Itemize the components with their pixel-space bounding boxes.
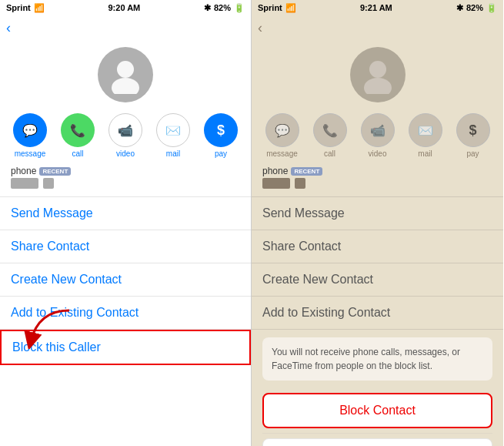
phone-number-row-left [11,178,240,189]
carrier-right: Sprint [258,3,282,12]
block-info-text: You will not receive phone calls, messag… [272,347,460,371]
action-call-label-right: call [324,149,335,158]
battery-left: 82% [214,3,231,12]
menu-item-share-contact-label-left: Share Contact [11,240,89,253]
call-icon-right: 📞 [313,113,347,147]
phone-number-row-right [262,178,492,189]
back-button-left[interactable]: ‹ [0,15,251,41]
cancel-button[interactable]: Cancel [262,438,492,446]
phone-label-right: phone RECENT [262,166,492,176]
phone-section-right: phone RECENT [252,161,503,192]
bluetooth-icon-right: ✱ [456,3,463,13]
back-chevron-left: ‹ [6,20,11,35]
mail-icon-left: ✉️ [156,113,190,147]
svg-point-1 [112,78,139,94]
recent-badge-right: RECENT [291,167,322,176]
status-right-right: ✱ 82% 🔋 [456,3,497,13]
avatar-area-right [252,41,503,107]
battery-icon-left: 🔋 [234,3,245,13]
action-pay-label-left: pay [215,149,227,158]
pay-icon-right: $ [456,113,490,147]
battery-right: 82% [466,3,483,12]
wifi-icon: 📶 [34,3,45,13]
action-pay-right[interactable]: $ pay [456,113,490,158]
message-icon-left: 💬 [13,113,47,147]
battery-icon-right: 🔋 [486,3,497,13]
action-message-label-left: message [15,149,46,158]
bluetooth-icon: ✱ [204,3,211,13]
phone-section-left: phone RECENT [0,161,251,192]
phone-number-block-left [11,178,38,189]
video-icon-right: 📹 [361,113,395,147]
phone-number-block-right [262,178,290,189]
status-left: Sprint 📶 [6,3,45,13]
status-bar-right: Sprint 📶 9:21 AM ✱ 82% 🔋 [252,0,503,15]
action-message-label-right: message [266,149,298,158]
avatar-icon-right [359,55,397,94]
svg-point-0 [117,61,134,78]
menu-item-share-contact-left[interactable]: Share Contact [0,230,251,263]
menu-item-add-existing-label-right: Add to Existing Contact [262,306,390,319]
right-panel: Sprint 📶 9:21 AM ✱ 82% 🔋 ‹ 💬 message 📞 [252,0,503,446]
menu-item-share-contact-right[interactable]: Share Contact [252,230,503,263]
time-left: 9:20 AM [108,3,140,12]
action-mail-label-right: mail [418,149,432,158]
back-chevron-right: ‹ [258,20,262,35]
action-video-left[interactable]: 📹 video [108,113,142,158]
action-mail-left[interactable]: ✉️ mail [156,113,190,158]
carrier-left: Sprint [6,3,31,12]
phone-text-right: phone [262,166,288,176]
recent-badge-left: RECENT [39,167,71,176]
menu-item-send-message-label-right: Send Message [262,206,345,220]
menu-item-add-existing-right[interactable]: Add to Existing Contact [252,297,503,330]
avatar-icon-left [106,55,145,94]
menu-item-send-message-right[interactable]: Send Message [252,197,503,230]
status-left-right: Sprint 📶 [258,3,296,13]
red-arrow-container [23,307,77,352]
action-call-label-left: call [72,149,83,158]
action-pay-left[interactable]: $ pay [204,113,238,158]
action-mail-label-left: mail [166,149,180,158]
message-icon-right: 💬 [265,113,299,147]
menu-list-left: Send Message Share Contact Create New Co… [0,196,251,446]
menu-item-create-new-right[interactable]: Create New Contact [252,263,503,297]
menu-item-create-new-left[interactable]: Create New Contact [0,263,251,297]
menu-item-send-message-left[interactable]: Send Message [0,197,251,230]
avatar-area-left [0,41,251,107]
left-panel: Sprint 📶 9:20 AM ✱ 82% 🔋 ‹ 💬 message 📞 [0,0,252,446]
action-video-label-left: video [116,149,135,158]
action-message-right[interactable]: 💬 message [265,113,299,158]
action-row-left: 💬 message 📞 call 📹 video ✉️ mail $ pay [0,107,251,161]
status-right-left: ✱ 82% 🔋 [204,3,245,13]
call-icon-left: 📞 [61,113,95,147]
menu-item-send-message-label-left: Send Message [11,206,93,220]
status-bar-left: Sprint 📶 9:20 AM ✱ 82% 🔋 [0,0,251,15]
divider-right [262,433,492,434]
action-video-right[interactable]: 📹 video [361,113,395,158]
action-message-left[interactable]: 💬 message [13,113,47,158]
action-row-right: 💬 message 📞 call 📹 video ✉️ mail $ pay [252,107,503,161]
svg-point-4 [364,78,392,94]
action-pay-label-right: pay [466,149,479,158]
action-call-right[interactable]: 📞 call [313,113,347,158]
action-call-left[interactable]: 📞 call [61,113,95,158]
back-button-right[interactable]: ‹ [252,15,503,41]
block-caller-row: Block this Caller [0,330,251,365]
phone-number-block2-right [295,178,305,189]
phone-text-left: phone [11,166,36,176]
phone-number-block2-left [43,178,54,189]
action-mail-right[interactable]: ✉️ mail [409,113,442,158]
red-arrow-icon [23,307,77,349]
avatar-left [98,47,153,102]
action-video-label-right: video [369,149,387,158]
svg-point-3 [369,61,386,78]
block-info-box: You will not receive phone calls, messag… [262,337,492,381]
menu-item-share-contact-label-right: Share Contact [262,240,341,253]
menu-item-create-new-label-right: Create New Contact [262,273,373,286]
time-right: 9:21 AM [360,3,392,12]
block-contact-button[interactable]: Block Contact [262,393,492,428]
menu-list-right: Send Message Share Contact Create New Co… [252,196,503,330]
menu-item-create-new-label-left: Create New Contact [11,273,122,286]
video-icon-left: 📹 [108,113,142,147]
block-contact-label: Block Contact [339,404,416,417]
